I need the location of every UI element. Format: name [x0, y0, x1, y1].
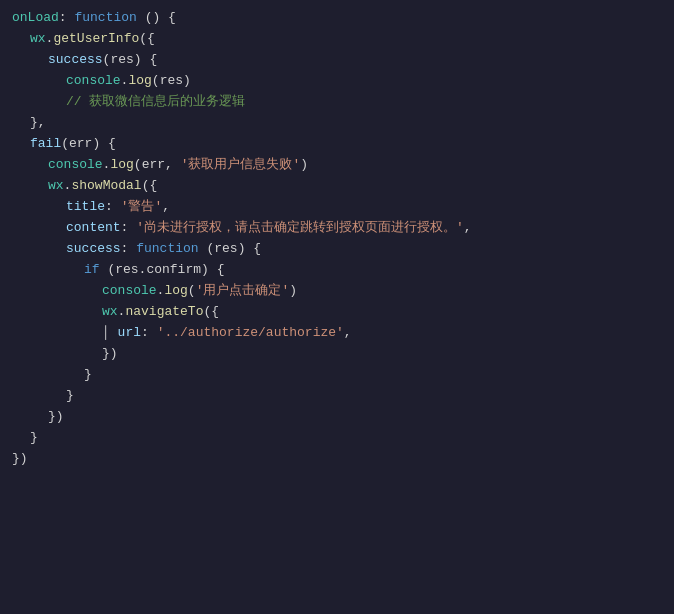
code-line: }): [0, 344, 674, 365]
code-line: }): [0, 449, 674, 470]
code-token: .: [46, 29, 54, 50]
code-token: }: [66, 386, 74, 407]
code-token: (err,: [134, 155, 181, 176]
code-token: console: [102, 281, 157, 302]
code-token: (res.confirm) {: [100, 260, 225, 281]
code-token: fail: [30, 134, 61, 155]
code-token: .: [121, 71, 129, 92]
code-token: (res) {: [103, 50, 158, 71]
code-token: '警告': [121, 197, 163, 218]
code-token: (res): [152, 71, 191, 92]
code-token: }): [48, 407, 64, 428]
code-line: success: function (res) {: [0, 239, 674, 260]
code-token: }: [30, 428, 38, 449]
code-token: }): [12, 449, 28, 470]
code-token: .: [103, 155, 111, 176]
code-line: fail(err) {: [0, 134, 674, 155]
code-token: :: [141, 323, 157, 344]
code-token: function: [74, 8, 136, 29]
code-token: (err) {: [61, 134, 116, 155]
code-line: wx.getUserInfo({: [0, 29, 674, 50]
code-token: .: [64, 176, 72, 197]
code-token: ({: [142, 176, 158, 197]
code-token: content: [66, 218, 121, 239]
code-line: onLoad: function () {: [0, 8, 674, 29]
code-token: console: [48, 155, 103, 176]
code-token: .: [157, 281, 165, 302]
code-token: │: [102, 323, 118, 344]
code-token: :: [121, 239, 137, 260]
code-token: },: [30, 113, 46, 134]
code-line: if (res.confirm) {: [0, 260, 674, 281]
code-token: :: [121, 218, 137, 239]
code-token: showModal: [71, 176, 141, 197]
code-token: }: [84, 365, 92, 386]
code-token: '尚未进行授权，请点击确定跳转到授权页面进行授权。': [136, 218, 464, 239]
code-token: console: [66, 71, 121, 92]
code-token: log: [164, 281, 187, 302]
code-token: '用户点击确定': [196, 281, 290, 302]
code-token: // 获取微信信息后的业务逻辑: [66, 92, 245, 113]
code-token: title: [66, 197, 105, 218]
code-token: ({: [203, 302, 219, 323]
code-token: function: [136, 239, 198, 260]
code-token: .: [118, 302, 126, 323]
code-token: '../authorize/authorize': [157, 323, 344, 344]
code-token: (: [188, 281, 196, 302]
code-line: │ url: '../authorize/authorize',: [0, 323, 674, 344]
code-line: success(res) {: [0, 50, 674, 71]
code-line: // 获取微信信息后的业务逻辑: [0, 92, 674, 113]
code-line: console.log('用户点击确定'): [0, 281, 674, 302]
code-token: wx: [48, 176, 64, 197]
code-token: onLoad: [12, 8, 59, 29]
code-line: }: [0, 386, 674, 407]
code-token: log: [110, 155, 133, 176]
code-line: console.log(res): [0, 71, 674, 92]
code-token: ): [300, 155, 308, 176]
code-line: wx.showModal({: [0, 176, 674, 197]
code-line: wx.navigateTo({: [0, 302, 674, 323]
code-line: }): [0, 407, 674, 428]
code-token: () {: [137, 8, 176, 29]
code-token: ({: [139, 29, 155, 50]
code-line: },: [0, 113, 674, 134]
code-token: navigateTo: [125, 302, 203, 323]
code-token: ,: [344, 323, 352, 344]
code-line: console.log(err, '获取用户信息失败'): [0, 155, 674, 176]
code-token: success: [48, 50, 103, 71]
code-token: wx: [30, 29, 46, 50]
code-line: title: '警告',: [0, 197, 674, 218]
code-token: log: [128, 71, 151, 92]
code-token: '获取用户信息失败': [181, 155, 301, 176]
code-token: ,: [464, 218, 472, 239]
code-token: url: [118, 323, 141, 344]
code-token: ): [289, 281, 297, 302]
code-editor: onLoad: function () {wx.getUserInfo({suc…: [0, 0, 674, 614]
code-token: :: [105, 197, 121, 218]
code-line: }: [0, 428, 674, 449]
code-token: :: [59, 8, 75, 29]
code-line: }: [0, 365, 674, 386]
code-token: getUserInfo: [53, 29, 139, 50]
code-token: (res) {: [199, 239, 261, 260]
code-line: content: '尚未进行授权，请点击确定跳转到授权页面进行授权。',: [0, 218, 674, 239]
code-token: }): [102, 344, 118, 365]
code-token: ,: [162, 197, 170, 218]
code-token: success: [66, 239, 121, 260]
code-token: if: [84, 260, 100, 281]
code-token: wx: [102, 302, 118, 323]
